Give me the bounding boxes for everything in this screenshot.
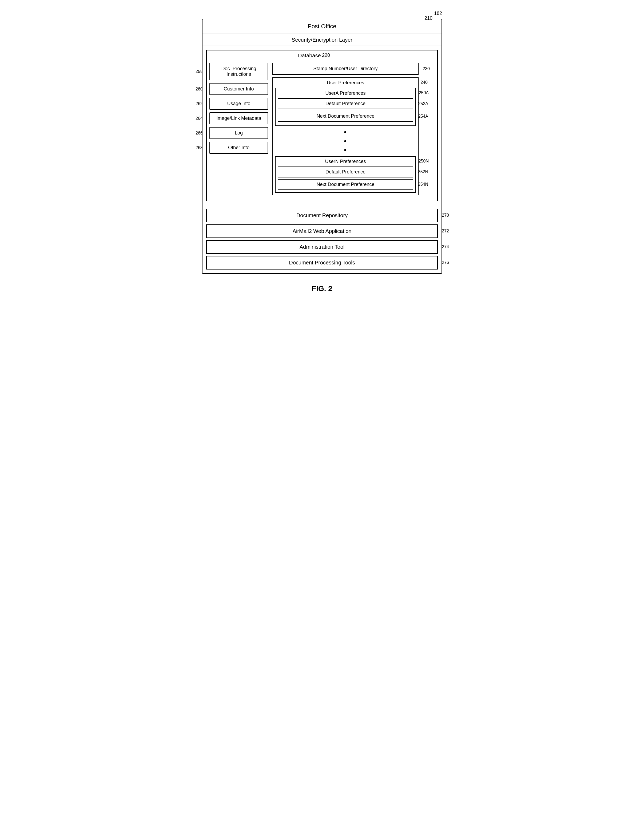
usera-prefs-title: UserA Preferences 250A — [278, 91, 413, 96]
fig-label: FIG. 2 — [202, 284, 442, 293]
default-pref-a-box: Default Preference 252A — [278, 98, 413, 109]
usern-prefs-title: UserN Preferences 250N — [278, 159, 413, 165]
label-264: 264 — [196, 116, 203, 121]
label-262: 262 — [196, 101, 203, 106]
next-doc-pref-n-box: Next Document Preference 254N — [278, 179, 413, 190]
database-section: Database 220 258 Doc. ProcessingInstruct… — [206, 50, 438, 201]
label-250a: 250A — [419, 91, 429, 95]
image-link-metadata-item: 264 Image/Link Metadata — [209, 112, 268, 124]
label-260: 260 — [196, 87, 203, 91]
label-272: 272 — [442, 229, 449, 234]
outer-box: 210 Post Office Security/Encryption Laye… — [202, 19, 442, 274]
database-label: Database — [298, 53, 321, 59]
user-prefs-outer: User Preferences 240 UserA Preferences 2… — [273, 77, 418, 195]
label-274: 274 — [442, 245, 449, 249]
db-left: 258 Doc. ProcessingInstructions 260 Cust… — [209, 63, 268, 198]
administration-tool-box: Administration Tool 274 — [206, 240, 438, 254]
airmail2-web-app-box: AirMail2 Web Application 272 — [206, 224, 438, 238]
label-240: 240 — [420, 80, 428, 85]
label-250n: 250N — [418, 159, 429, 163]
label-254a: 254A — [418, 114, 428, 119]
label-230: 230 — [423, 66, 430, 71]
label-254n: 254N — [418, 182, 428, 187]
label-210: 210 — [423, 16, 434, 21]
usage-info-item: 262 Usage Info — [209, 98, 268, 110]
label-258: 258 — [196, 69, 203, 74]
usern-prefs-inner: UserN Preferences 250N Default Preferenc… — [275, 156, 416, 193]
label-252n: 252N — [418, 169, 428, 174]
next-doc-pref-a-box: Next Document Preference 254A — [278, 111, 413, 122]
db-right: Stamp Number/User Directory 230 User Pre… — [273, 63, 435, 198]
database-number: 220 — [322, 53, 330, 58]
doc-processing-item: 258 Doc. ProcessingInstructions — [209, 63, 268, 80]
security-layer: Security/Encryption Layer — [202, 34, 442, 46]
stamp-number-box: Stamp Number/User Directory 230 — [273, 63, 418, 75]
post-office-title: Post Office — [202, 19, 442, 34]
diagram-container: 182 210 Post Office Security/Encryption … — [202, 11, 442, 293]
label-182: 182 — [434, 11, 442, 16]
database-inner: 258 Doc. ProcessingInstructions 260 Cust… — [209, 63, 435, 198]
user-prefs-title: User Preferences 240 — [275, 80, 416, 86]
dots-separator: ••• — [275, 127, 416, 155]
label-266: 266 — [196, 131, 203, 136]
usera-prefs-inner: UserA Preferences 250A Default Preferenc… — [275, 88, 416, 126]
label-268: 268 — [196, 146, 203, 150]
default-pref-n-box: Default Preference 252N — [278, 166, 413, 177]
document-repository-box: Document Repository 270 — [206, 209, 438, 222]
customer-info-item: 260 Customer Info — [209, 83, 268, 95]
bottom-boxes: Document Repository 270 AirMail2 Web App… — [202, 205, 442, 273]
doc-processing-tools-box: Document Processing Tools 276 — [206, 256, 438, 270]
label-276: 276 — [442, 260, 449, 265]
label-270: 270 — [442, 213, 449, 218]
log-item: 266 Log — [209, 127, 268, 139]
label-252a: 252A — [418, 101, 428, 106]
other-info-item: 268 Other Info — [209, 142, 268, 154]
